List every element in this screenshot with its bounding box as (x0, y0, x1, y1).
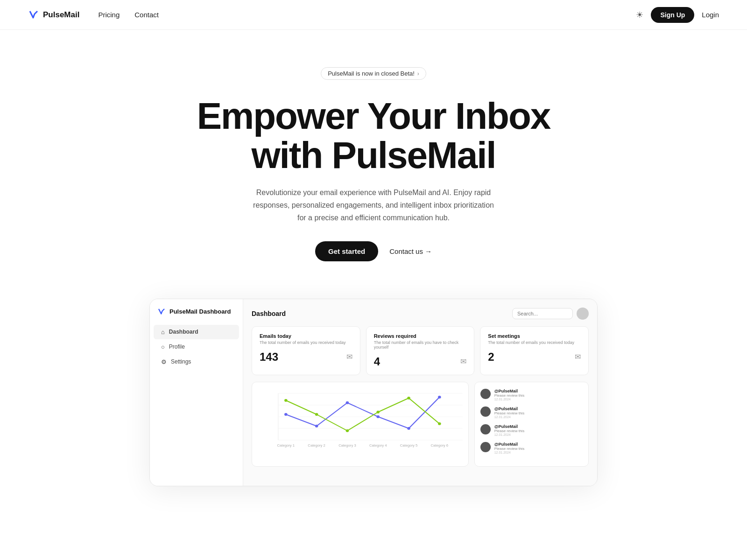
contact-us-link[interactable]: Contact us → (389, 247, 432, 255)
logo: PulseMail (28, 9, 79, 21)
svg-point-12 (284, 399, 288, 402)
hero-section: PulseMail is now in closed Beta! › Empow… (0, 30, 747, 289)
dashboard-sidebar: PulseMail Dashboard ⌂ Dashboard ○ Profil… (150, 299, 243, 486)
line-chart: Category 1 Category 2 Category 3 Categor… (258, 389, 463, 449)
get-started-button[interactable]: Get started (315, 241, 378, 261)
avatar-0 (480, 389, 491, 399)
chevron-right-icon: › (417, 70, 419, 77)
nav-links: Pricing Contact (98, 11, 159, 19)
reviews-required-card: Reviews required The total number of ema… (366, 326, 475, 375)
emails-today-title: Emails today (260, 333, 352, 339)
svg-point-8 (346, 401, 349, 404)
set-meetings-title: Set meetings (488, 333, 581, 339)
reviews-required-value: 4 (374, 355, 380, 368)
nav-contact[interactable]: Contact (134, 11, 159, 19)
set-meetings-subtitle: The total number of emails you received … (488, 340, 581, 345)
msg-1: Please review this (494, 411, 524, 415)
svg-point-6 (284, 413, 288, 416)
sender-2: @PulseMail (494, 424, 524, 429)
set-meetings-value: 2 (488, 350, 494, 364)
sidebar-item-settings[interactable]: ⚙ Settings (154, 355, 239, 369)
dashboard-bottom: Category 1 Category 2 Category 3 Categor… (252, 382, 589, 467)
list-item: @PulseMail Please review this 12.01.2024 (480, 424, 583, 436)
signup-button[interactable]: Sign Up (651, 7, 694, 23)
sender-1: @PulseMail (494, 406, 524, 411)
hero-headline: Empower Your Inbox with PulseMail (197, 97, 550, 175)
svg-text:Category 5: Category 5 (400, 443, 417, 448)
dashboard-main: Dashboard Emails today The total number … (243, 299, 597, 486)
arrow-right-icon: → (425, 247, 432, 255)
svg-point-14 (346, 429, 349, 432)
list-text-0: @PulseMail Please review this 12.01.2024 (494, 389, 524, 401)
list-text-1: @PulseMail Please review this 12.01.2024 (494, 406, 524, 419)
reviews-required-subtitle: The total number of emails you have to c… (374, 340, 467, 350)
beta-badge-text: PulseMail is now in closed Beta! (328, 70, 415, 77)
mail-icon-1: ✉ (460, 357, 466, 366)
sender-0: @PulseMail (494, 389, 524, 393)
search-area (512, 308, 589, 320)
emails-today-row: 143 ✉ (260, 350, 352, 364)
mail-icon-0: ✉ (346, 352, 352, 361)
svg-point-9 (376, 415, 380, 418)
dashboard-inner: PulseMail Dashboard ⌂ Dashboard ○ Profil… (150, 299, 597, 486)
nav-pricing[interactable]: Pricing (98, 11, 120, 19)
svg-point-15 (376, 411, 380, 413)
email-list-card: @PulseMail Please review this 12.01.2024… (474, 382, 589, 467)
hero-subtitle: Revolutionize your email experience with… (252, 186, 495, 224)
login-button[interactable]: Login (702, 11, 719, 19)
list-item: @PulseMail Please review this 12.01.2024 (480, 389, 583, 401)
date-2: 12.01.2024 (494, 433, 524, 436)
list-text-3: @PulseMail Please review this 12.01.2024 (494, 442, 524, 454)
sidebar-logo-icon (157, 308, 166, 316)
msg-0: Please review this (494, 393, 524, 398)
emails-today-card: Emails today The total number of emails … (252, 326, 360, 375)
date-0: 12.01.2024 (494, 398, 524, 401)
svg-text:Category 1: Category 1 (277, 443, 295, 448)
svg-point-7 (315, 425, 318, 427)
home-icon: ⌂ (161, 329, 165, 336)
svg-text:Category 3: Category 3 (338, 443, 356, 448)
sidebar-brand: PulseMail Dashboard (169, 308, 231, 315)
chart-card: Category 1 Category 2 Category 3 Categor… (252, 382, 469, 467)
logo-icon (28, 9, 39, 21)
dashboard-preview: PulseMail Dashboard ⌂ Dashboard ○ Profil… (149, 299, 598, 486)
nav-left: PulseMail Pricing Contact (28, 9, 159, 21)
avatar-3 (480, 442, 491, 452)
search-input[interactable] (512, 308, 573, 319)
sidebar-logo: PulseMail Dashboard (150, 308, 243, 324)
svg-point-13 (315, 413, 318, 416)
reviews-required-row: 4 ✉ (374, 355, 467, 368)
msg-3: Please review this (494, 447, 524, 451)
sender-3: @PulseMail (494, 442, 524, 447)
hero-buttons: Get started Contact us → (315, 241, 432, 261)
sidebar-item-dashboard[interactable]: ⌂ Dashboard (154, 325, 239, 339)
set-meetings-card: Set meetings The total number of emails … (480, 326, 589, 375)
svg-text:Category 4: Category 4 (369, 443, 387, 448)
stats-row: Emails today The total number of emails … (252, 326, 589, 375)
avatar-1 (480, 406, 491, 417)
sidebar-profile-label: Profile (169, 343, 185, 350)
sun-icon: ☀ (636, 10, 643, 20)
emails-today-subtitle: The total number of emails you received … (260, 340, 352, 345)
theme-toggle-button[interactable]: ☀ (636, 10, 643, 20)
msg-2: Please review this (494, 429, 524, 433)
svg-point-17 (438, 422, 441, 425)
date-3: 12.01.2024 (494, 451, 524, 454)
emails-today-value: 143 (260, 350, 278, 364)
set-meetings-row: 2 ✉ (488, 350, 581, 364)
svg-point-16 (407, 397, 410, 399)
brand-name: PulseMail (43, 10, 79, 20)
sidebar-settings-label: Settings (171, 358, 191, 365)
list-text-2: @PulseMail Please review this 12.01.2024 (494, 424, 524, 436)
avatar-2 (480, 424, 491, 434)
settings-icon: ⚙ (161, 358, 167, 365)
sidebar-item-profile[interactable]: ○ Profile (154, 340, 239, 354)
svg-point-11 (438, 396, 441, 399)
avatar (577, 308, 589, 320)
navbar: PulseMail Pricing Contact ☀ Sign Up Logi… (0, 0, 747, 30)
reviews-required-title: Reviews required (374, 333, 467, 339)
beta-badge[interactable]: PulseMail is now in closed Beta! › (321, 67, 426, 80)
svg-point-10 (407, 427, 410, 430)
sidebar-dashboard-label: Dashboard (169, 329, 198, 335)
dashboard-topbar: Dashboard (252, 308, 589, 320)
